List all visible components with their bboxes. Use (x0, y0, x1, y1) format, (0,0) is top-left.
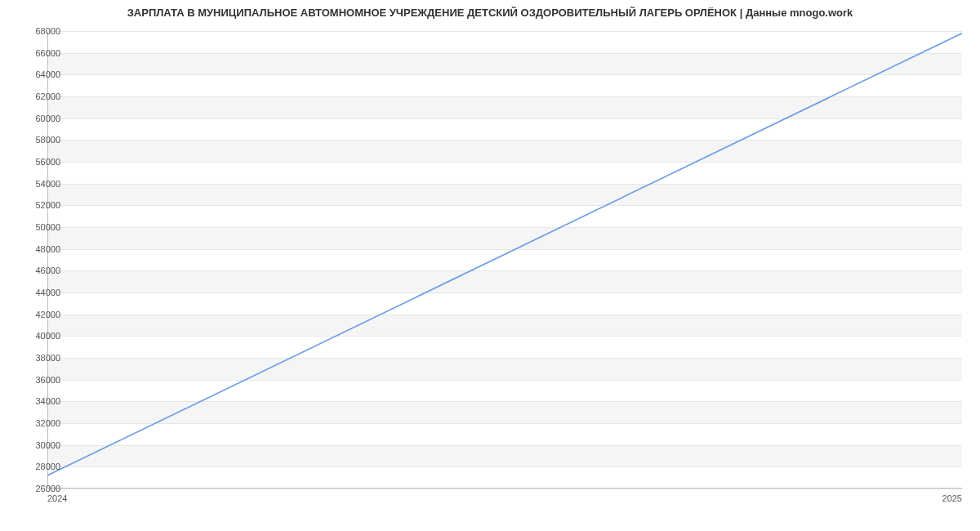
y-tick-label: 54000 (11, 179, 60, 189)
y-tick-label: 30000 (11, 440, 60, 450)
y-tick-label: 38000 (11, 353, 60, 363)
line-series-layer (47, 31, 962, 489)
x-tick-label: 2024 (47, 493, 67, 503)
y-tick-label: 50000 (11, 222, 60, 232)
y-tick-label: 28000 (11, 462, 60, 471)
gridline (47, 489, 962, 489)
chart-title: ЗАРПЛАТА В МУНИЦИПАЛЬНОЕ АВТОМНОМНОЕ УЧР… (0, 0, 980, 19)
y-tick-label: 66000 (11, 48, 60, 58)
y-tick-label: 42000 (11, 310, 60, 319)
y-tick-label: 62000 (11, 91, 60, 101)
y-tick-label: 34000 (11, 396, 60, 406)
y-tick-label: 26000 (11, 484, 60, 493)
y-tick-label: 52000 (11, 200, 60, 210)
y-tick-label: 58000 (11, 135, 60, 145)
y-tick-label: 46000 (11, 266, 60, 275)
y-tick-label: 64000 (11, 69, 60, 79)
chart-area: 2600028000300003200034000360003800040000… (0, 23, 980, 513)
y-tick-label: 56000 (11, 157, 60, 167)
y-tick-label: 40000 (11, 331, 60, 341)
x-tick-label: 2025 (942, 493, 962, 503)
y-tick-label: 44000 (11, 288, 60, 297)
y-tick-label: 68000 (11, 26, 60, 36)
line-series (47, 33, 962, 475)
y-tick-label: 48000 (11, 244, 60, 254)
y-tick-label: 36000 (11, 375, 60, 385)
y-tick-label: 60000 (11, 114, 60, 123)
y-tick-label: 32000 (11, 418, 60, 428)
plot-area (47, 31, 962, 489)
